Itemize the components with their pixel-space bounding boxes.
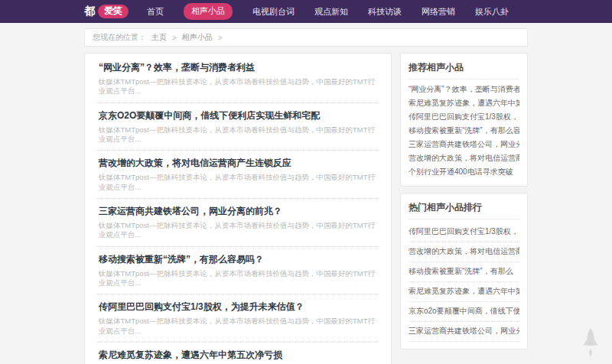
- hot-ranking-box: 热门相声小品排行 传阿里巴巴回购支付宝1/3股权， 营改增的大政策，将对电信运营…: [400, 193, 528, 349]
- recommend-link[interactable]: “网业分离”？效率，垄断与消费者利益: [409, 83, 519, 96]
- hot-ranking-link[interactable]: 移动搜索被重新“洗牌”，有那么: [409, 262, 519, 282]
- recommend-link[interactable]: 个别行业开通400电话寻求突破: [409, 165, 519, 179]
- article-title-link[interactable]: 传阿里巴巴回购支付宝1/3股权，为提升未来估值？: [99, 301, 377, 313]
- recommend-link[interactable]: 传阿里巴巴回购支付宝1/3股权，为提升: [409, 110, 519, 124]
- site-header: 都 爱笑 首页 相声小品 电视剧台词 观点新知 科技访谈 网络营销 娱乐八卦: [0, 0, 612, 23]
- recommend-link[interactable]: 索尼难觅复苏迹象，遭遇六年中第五次净: [409, 96, 519, 110]
- article-item: “网业分离”？效率，垄断与消费者利益 钛媒体TMTpost—把脉科技资本论，从资…: [97, 55, 379, 103]
- hot-ranking-link[interactable]: 传阿里巴巴回购支付宝1/3股权，: [409, 223, 519, 242]
- recommend-list: “网业分离”？效率，垄断与消费者利益 索尼难觅复苏迹象，遭遇六年中第五次净 传阿…: [409, 83, 519, 179]
- article-summary: 钛媒体TMTpost—把脉科技资本论，从资本市场看科技价值与趋势，中国最好的TM…: [99, 77, 377, 96]
- hot-ranking-link[interactable]: 索尼难觅复苏迹象，遭遇六年中第: [409, 282, 519, 302]
- recommend-title: 推荐相声小品: [409, 60, 519, 80]
- logo-text: 都: [84, 5, 95, 18]
- hot-ranking-link[interactable]: 营改增的大政策，将对电信运营商: [409, 242, 519, 262]
- article-item: 移动搜索被重新“洗牌”，有那么容易吗？ 钛媒体TMTpost—把脉科技资本论，从…: [97, 247, 379, 295]
- article-summary: 钛媒体TMTpost—把脉科技资本论，从资本市场看科技价值与趋势，中国最好的TM…: [99, 317, 377, 336]
- breadcrumb-current-link[interactable]: 相声小品: [182, 32, 213, 43]
- breadcrumb-home-link[interactable]: 主页: [151, 32, 167, 43]
- site-logo[interactable]: 都 爱笑: [84, 5, 129, 19]
- logo-badge: 爱笑: [98, 5, 129, 19]
- recommend-link[interactable]: 移动搜索被重新“洗牌”，有那么容易吗: [409, 124, 519, 138]
- article-item: 京东O2O要颠覆中间商，借线下便利店实现生鲜和宅配 钛媒体TMTpost—把脉科…: [97, 103, 379, 151]
- breadcrumb-separator: >: [172, 34, 177, 42]
- article-item: 三家运营商共建铁塔公司，网业分离的前兆？ 钛媒体TMTpost—把脉科技资本论，…: [97, 199, 379, 247]
- nav-item-viewpoints[interactable]: 观点新知: [314, 6, 348, 18]
- sidebar: 推荐相声小品 “网业分离”？效率，垄断与消费者利益 索尼难觅复苏迹象，遭遇六年中…: [400, 53, 528, 349]
- article-summary: 钛媒体TMTpost—把脉科技资本论，从资本市场看科技价值与趋势，中国最好的TM…: [99, 269, 377, 288]
- nav-item-gossip[interactable]: 娱乐八卦: [475, 6, 509, 18]
- article-summary: 钛媒体TMTpost—把脉科技资本论，从资本市场看科技价值与趋势，中国最好的TM…: [99, 173, 377, 192]
- article-list: “网业分离”？效率，垄断与消费者利益 钛媒体TMTpost—把脉科技资本论，从资…: [84, 53, 392, 364]
- article-title-link[interactable]: 索尼难觅复苏迹象，遭遇六年中第五次净亏损: [99, 349, 377, 361]
- hot-ranking-link[interactable]: 京东o2o要颠覆中间商，借线下便: [409, 302, 519, 322]
- article-title-link[interactable]: 京东O2O要颠覆中间商，借线下便利店实现生鲜和宅配: [99, 110, 377, 122]
- nav-item-xiangsheng-active[interactable]: 相声小品: [184, 3, 233, 20]
- nav-item-tech-interview[interactable]: 科技访谈: [368, 6, 402, 18]
- article-title-link[interactable]: 三家运营商共建铁塔公司，网业分离的前兆？: [99, 206, 377, 217]
- article-title-link[interactable]: “网业分离”？效率，垄断与消费者利益: [99, 62, 377, 73]
- hot-ranking-list: 传阿里巴巴回购支付宝1/3股权， 营改增的大政策，将对电信运营商 移动搜索被重新…: [409, 223, 519, 342]
- article-summary: 钛媒体TMTpost—把脉科技资本论，从资本市场看科技价值与趋势，中国最好的TM…: [99, 221, 377, 240]
- recommend-link[interactable]: 营改增的大政策，将对电信运营商产生连: [409, 151, 519, 165]
- breadcrumb: 您现在的位置： 主页 > 相声小品 >: [84, 28, 528, 47]
- article-summary: 钛媒体TMTpost—把脉科技资本论，从资本市场看科技价值与趋势，中国最好的TM…: [99, 125, 377, 145]
- article-title-link[interactable]: 营改增的大政策，将对电信运营商产生连锁反应: [99, 158, 377, 169]
- recommend-box: 推荐相声小品 “网业分离”？效率，垄断与消费者利益 索尼难觅复苏迹象，遭遇六年中…: [400, 53, 528, 187]
- article-item: 索尼难觅复苏迹象，遭遇六年中第五次净亏损 钛媒体TMTpost—把脉科技资本论，…: [97, 343, 379, 364]
- main-nav: 首页 相声小品 电视剧台词 观点新知 科技访谈 网络营销 娱乐八卦: [147, 3, 509, 20]
- rocket-icon: [580, 327, 601, 358]
- nav-item-home[interactable]: 首页: [147, 6, 164, 18]
- nav-item-marketing[interactable]: 网络营销: [422, 6, 455, 18]
- breadcrumb-separator-2: >: [218, 34, 223, 42]
- hot-ranking-link[interactable]: 三家运营商共建铁塔公司，网业分: [409, 322, 519, 342]
- back-to-top-button[interactable]: [580, 327, 601, 358]
- nav-item-tv-lines[interactable]: 电视剧台词: [252, 6, 295, 18]
- article-item: 传阿里巴巴回购支付宝1/3股权，为提升未来估值？ 钛媒体TMTpost—把脉科技…: [97, 294, 379, 343]
- breadcrumb-label: 您现在的位置：: [93, 32, 146, 43]
- recommend-link[interactable]: 三家运营商共建铁塔公司，网业分离的前: [409, 138, 519, 151]
- article-item: 营改增的大政策，将对电信运营商产生连锁反应 钛媒体TMTpost—把脉科技资本论…: [97, 151, 379, 199]
- hot-ranking-title: 热门相声小品排行: [409, 200, 519, 219]
- article-title-link[interactable]: 移动搜索被重新“洗牌”，有那么容易吗？: [99, 254, 377, 265]
